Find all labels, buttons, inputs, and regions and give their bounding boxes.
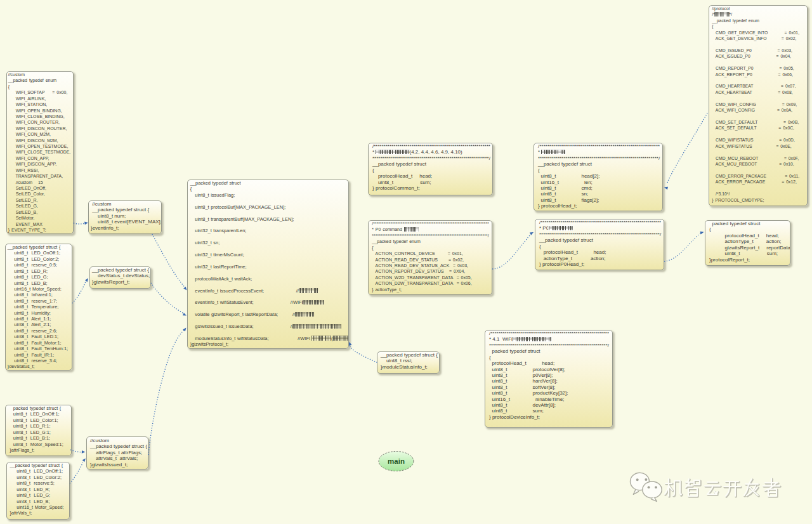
svg-text:main: main [388,457,405,465]
